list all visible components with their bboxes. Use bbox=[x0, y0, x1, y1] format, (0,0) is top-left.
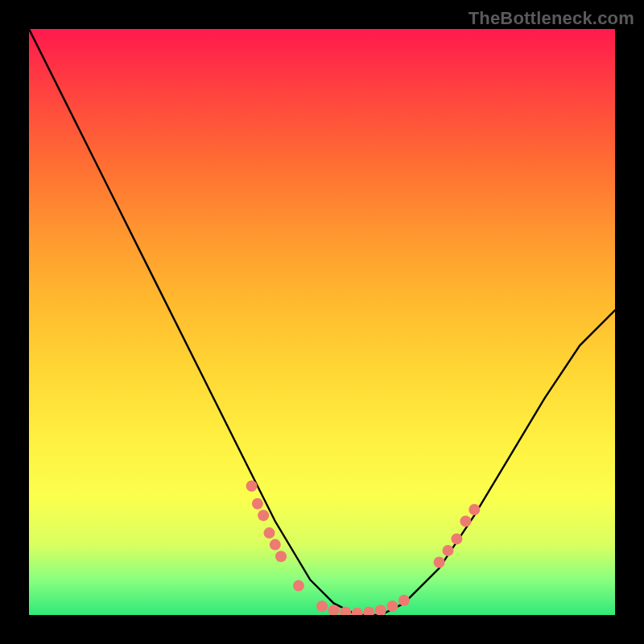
marker-dot bbox=[375, 605, 386, 615]
marker-dot bbox=[434, 557, 445, 568]
marker-dot bbox=[270, 539, 281, 551]
marker-dot bbox=[316, 601, 328, 612]
marker-dot bbox=[252, 498, 263, 510]
marker-dot bbox=[460, 516, 471, 527]
marker-dot bbox=[246, 481, 258, 492]
marker-dot bbox=[293, 580, 304, 592]
marker-dot bbox=[258, 510, 269, 521]
chart-svg bbox=[29, 29, 615, 615]
marker-dot bbox=[363, 606, 374, 615]
marker-dot bbox=[264, 527, 275, 539]
marker-dot bbox=[398, 595, 410, 606]
bottleneck-curve-path bbox=[29, 29, 615, 615]
marker-group bbox=[246, 481, 481, 615]
plot-area bbox=[29, 29, 615, 615]
watermark-text: TheBottleneck.com bbox=[469, 8, 634, 29]
chart-frame: TheBottleneck.com bbox=[0, 0, 644, 644]
marker-dot bbox=[451, 533, 462, 544]
marker-dot bbox=[443, 545, 454, 556]
marker-dot bbox=[352, 608, 363, 615]
marker-dot bbox=[386, 601, 398, 612]
marker-dot bbox=[469, 504, 480, 515]
marker-dot bbox=[275, 551, 287, 562]
